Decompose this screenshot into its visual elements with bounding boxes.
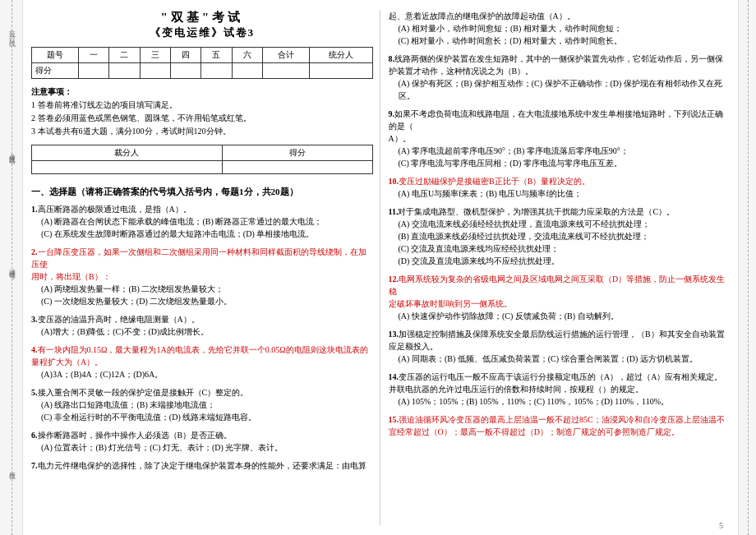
q10-text: 变压过励磁保护是接磁密B正比于（B）量程决定的。 <box>399 177 590 186</box>
q11-num: 11. <box>389 207 399 216</box>
scorer-value <box>32 161 223 174</box>
question-9: 9.如果不考虑负荷电流和线路电阻，在大电流接地系统中发生单相接地短路时，下列说法… <box>389 108 731 169</box>
main-content: "双基"考试 《变电运维》试卷3 题号 一 二 三 四 五 六 合计 统分人 得… <box>23 0 738 535</box>
q11-opt-c: (C) 交流及直流电源来线均应经经抗扰处理； <box>389 244 560 253</box>
question-13: 13.加强稳定控制措施及保障系统安全最后防线运行措施的运行管理，（B）和其安全自… <box>389 328 731 365</box>
q10-num: 10. <box>389 177 399 186</box>
title-main: "双基"考试 <box>31 10 373 25</box>
q7-opt-ab: (A) 相对量小，动作时间愈短；(B) 相对量大，动作时间愈短； <box>389 24 622 33</box>
q5-num: 5. <box>31 388 38 397</box>
score-field-label: 得分 <box>222 145 372 161</box>
col-scorer: 统分人 <box>309 48 372 63</box>
right-dashed-line <box>748 0 749 535</box>
score-2 <box>109 63 140 79</box>
col-total: 合计 <box>262 48 309 63</box>
page-container: 装 订 线 考生姓名 准考证号 座位 "双基"考试 《变电运维》试卷3 题号 一… <box>0 0 756 535</box>
q11-opt-a: (A) 交流电流来线必须经经抗扰处理，直流电源来线可不经抗扰处理； <box>389 219 650 228</box>
col-3: 三 <box>140 48 170 63</box>
q12-num: 12. <box>389 274 399 284</box>
score-value <box>222 161 372 174</box>
question-3: 3.变压器的油温升高时，绝缘电阻测量（A）。 (A)增大；(B)降低；(C)不变… <box>31 313 373 338</box>
col-1: 一 <box>78 48 108 63</box>
question-11: 11.对于集成电路型、微机型保护，为增强其抗干扰能力应采取的方法是（C）。 (A… <box>389 205 731 267</box>
score-3 <box>140 63 170 79</box>
question-15: 15.强迫油循环风冷变压器的最高上层油温一般不超过85C；油浸风冷和自冷变压器上… <box>389 413 731 438</box>
q4-opts: (A)3A；(B)4A；(C)12A；(D)6A。 <box>31 370 163 379</box>
q9-opt-cd: (C) 零序电流与零序电压同相；(D) 零序电流与零序电压互差。 <box>389 159 622 168</box>
q4-num: 4. <box>31 345 38 354</box>
q13-opts: (A) 同期表；(B) 低频、低压减负荷装置；(C) 综合重合闸装置；(D) 远… <box>389 354 698 363</box>
q3-opts: (A)增大；(B)降低；(C)不变；(D)成比例增长。 <box>31 327 209 336</box>
q8-opt-d: 区。 <box>389 91 415 100</box>
q1-opt-cd: (C) 在系统发生故障时断路器通过的最大短路冲击电流；(D) 单相接地电流。 <box>31 229 314 238</box>
question-7: 7.电力元件继电保护的选择性，除了决定于继电保护装置本身的性能外，还要求满足：由… <box>31 459 373 472</box>
q9-num: 9. <box>389 109 395 118</box>
q2-num: 2. <box>31 247 38 256</box>
right-margin <box>738 0 756 535</box>
table-score-row: 得分 <box>32 63 373 79</box>
notes-title: 注意事项： <box>31 87 72 96</box>
q6-opts: (A) 位置表计；(B) 灯光信号；(C) 灯无、表计；(D) 光字牌、表计。 <box>31 443 283 452</box>
q7-opt-cd: (C) 相对量小，动作时间愈长；(D) 相对量大，动作时间愈长。 <box>389 36 622 45</box>
question-4: 4.有一块内阻为0.15Ω，最大量程为1A的电流表，先给它并联一个0.05Ω的电… <box>31 344 373 380</box>
question-6: 6.操作断路器时，操作中操作人必须选（B）是否正确。 (A) 位置表计；(B) … <box>31 429 373 454</box>
note-3: 3 本试卷共有6道大题，满分100分，考试时间120分钟。 <box>31 127 231 136</box>
question-10: 10.变压过励磁保护是接磁密B正比于（B）量程决定的。 (A) 电压U与频率f来… <box>389 175 731 200</box>
score-total <box>262 63 309 79</box>
score-mini-row <box>32 161 373 174</box>
dashed-line <box>12 0 12 535</box>
section1-title: 一、选择题（请将正确答案的代号填入括号内，每题1分，共20题） <box>31 186 373 198</box>
notes-section: 注意事项： 1 答卷前将准订线左边的项目填写满足。 2 答卷必须用蓝色或黑色钢笔… <box>31 85 373 138</box>
q10-opt-ab: (A) 电压U与频率f来表；(B) 电压U与频率f的比值； <box>389 189 582 198</box>
title-section: "双基"考试 《变电运维》试卷3 <box>31 10 373 40</box>
q3-num: 3. <box>31 315 38 324</box>
q1-opt-ab: (A) 断路器在合闸状态下能承载的峰值电流；(B) 断路器正常通过的最大电流； <box>31 217 322 226</box>
col-4: 四 <box>170 48 201 63</box>
q12-text: 电网系统较为复杂的省级电网之间及区域电网之间互采取（D）等措施，防止一侧系统发生… <box>389 274 726 308</box>
q15-text: 强迫油循环风冷变压器的最高上层油温一般不超过85C；油浸风冷和自冷变压器上层油温… <box>389 415 725 436</box>
q13-num: 13. <box>389 330 399 339</box>
q6-num: 6. <box>31 431 38 440</box>
scorer-label: 裁分人 <box>32 145 223 161</box>
q4-text: 有一块内阻为0.15Ω，最大量程为1A的电流表，先给它并联一个0.05Ω的电阻则… <box>31 345 368 367</box>
q8-opt-ab: (A) 保护有死区；(B) 保护相互动作；(C) 保护不正确动作；(D) 保护现… <box>389 79 722 88</box>
question-5: 5.接入重合闸不灵敏一段的保护定值是接触开（C）整定的。 (A) 线路出口短路电… <box>31 386 373 423</box>
col-2: 二 <box>109 48 140 63</box>
score-5 <box>201 63 232 79</box>
left-column: "双基"考试 《变电运维》试卷3 题号 一 二 三 四 五 六 合计 统分人 得… <box>31 10 373 525</box>
score-label: 得分 <box>32 63 79 79</box>
score-scorer <box>309 63 372 79</box>
q11-opt-b: (B) 直流电源来线必须经过抗扰处理，交流电流来线可不经抗扰处理； <box>389 232 650 241</box>
score-1 <box>78 63 108 79</box>
question-2: 2.一台降压变压器，如果一次侧组和二次侧组采用同一种材料和同样截面积的导线绕制，… <box>31 246 373 307</box>
q2-opt-ab: (A) 两绕组发热量一样；(B) 二次绕组发热量较大； <box>31 284 224 293</box>
col-6: 六 <box>232 48 262 63</box>
q14-opts: (A) 105%；105%；(B) 105%，110%；(C) 110%，105… <box>389 397 670 406</box>
q15-num: 15. <box>389 415 399 424</box>
q5-opt-cd: (C) 非全相运行时的不平衡电流值；(D) 线路末端短路电容。 <box>31 413 256 422</box>
q7-num: 7. <box>31 461 38 470</box>
score-mini-header: 裁分人 得分 <box>32 145 373 161</box>
question-12: 12.电网系统较为复杂的省级电网之间及区域电网之间互采取（D）等措施，防止一侧系… <box>389 273 731 322</box>
right-column: 起、意着近故障点的继电保护的故障起动值（A）。 (A) 相对量小，动作时间愈短；… <box>380 10 731 525</box>
note-1: 1 答卷前将准订线左边的项目填写满足。 <box>31 100 177 109</box>
title-sub: 《变电运维》试卷3 <box>31 25 373 40</box>
table-header-row: 题号 一 二 三 四 五 六 合计 统分人 <box>32 48 373 63</box>
col-5: 五 <box>201 48 232 63</box>
question-8: 8.线路两侧的保护装置在发生短路时，其中的一侧保护装置先动作，它邻近动作后，另一… <box>389 53 731 102</box>
header-table: 题号 一 二 三 四 五 六 合计 统分人 得分 <box>31 47 373 79</box>
q1-num: 1. <box>31 205 38 214</box>
question-1: 1.高压断路器的极限通过电流，是指（A）。 (A) 断路器在合闸状态下能承载的峰… <box>31 203 373 240</box>
q5-opt-ab: (A) 线路出口短路电流值；(B) 末端接地电流值； <box>31 400 215 409</box>
score-4 <box>170 63 201 79</box>
q2-opt-cd: (C) 一次绕组发热量较大；(D) 二次绕组发热量最小。 <box>31 297 232 306</box>
col-tihao: 题号 <box>32 48 79 63</box>
q2-text: 一台降压变压器，如果一次侧组和二次侧组采用同一种材料和同样截面积的导线绕制，在加… <box>31 247 366 281</box>
page-number: 5 <box>719 521 723 530</box>
note-2: 2 答卷必须用蓝色或黑色钢笔、圆珠笔，不许用铅笔或红笔。 <box>31 113 251 122</box>
question-14: 14.变压器的运行电压一般不应高于该运行分接额定电压的（A），超过（A）应有相关… <box>389 371 731 408</box>
question-7-cont: 起、意着近故障点的继电保护的故障起动值（A）。 (A) 相对量小，动作时间愈短；… <box>389 10 731 47</box>
score-mini-table: 裁分人 得分 <box>31 145 373 174</box>
left-margin: 装 订 线 考生姓名 准考证号 座位 <box>0 0 23 535</box>
q8-num: 8. <box>389 54 395 63</box>
